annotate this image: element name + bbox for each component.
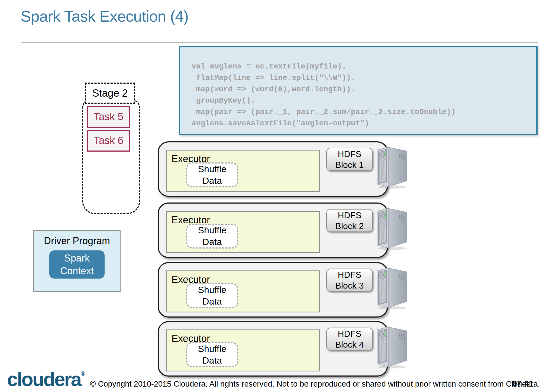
- spark-context-label-line1: Spark: [64, 252, 90, 264]
- stage-2-label: Stage 2: [85, 83, 135, 104]
- hdfs-label-line1: HDFS: [338, 149, 361, 159]
- hdfs-label-line2: Block 1: [335, 159, 364, 170]
- hdfs-block-badge: HDFS Block 4: [326, 328, 373, 351]
- driver-program-label: Driver Program: [34, 235, 120, 247]
- title-divider: [21, 42, 538, 43]
- executor-box: Executor Shuffle Data: [166, 150, 320, 192]
- hdfs-block-badge: HDFS Block 1: [326, 148, 373, 171]
- executor-box: Executor Shuffle Data: [166, 270, 320, 312]
- worker-node-row-2: Executor Shuffle Data HDFS Block 2: [158, 202, 388, 258]
- code-line: map(word => (word(0),word.length)).: [192, 84, 536, 95]
- slide-canvas: Spark Task Execution (4) val avglens = s…: [0, 0, 543, 392]
- shuffle-label-line1: Shuffle: [198, 284, 226, 296]
- executor-box: Executor Shuffle Data: [166, 211, 320, 253]
- shuffle-label-line1: Shuffle: [198, 343, 226, 355]
- code-line: flatMap(line => line.split("\\W")).: [192, 72, 536, 84]
- hdfs-label-line1: HDFS: [338, 269, 361, 280]
- driver-program-box: Driver Program Spark Context: [33, 230, 121, 292]
- shuffle-label-line2: Data: [202, 236, 222, 248]
- shuffle-data-box: Shuffle Data: [186, 283, 238, 308]
- copyright-notice: © Copyright 2010-2015 Cloudera. All righ…: [90, 380, 540, 388]
- spark-context-label-line2: Context: [60, 264, 94, 277]
- server-tower-icon: [376, 143, 409, 189]
- hdfs-label-line1: HDFS: [338, 210, 361, 221]
- shuffle-label-line2: Data: [202, 296, 222, 307]
- shuffle-label-line1: Shuffle: [198, 224, 226, 236]
- shuffle-label-line2: Data: [202, 355, 222, 366]
- code-line: val avglens = sc.textFile(myfile).: [192, 61, 536, 72]
- page-title: Spark Task Execution (4): [21, 7, 189, 25]
- task-5-box: Task 5: [87, 106, 130, 128]
- shuffle-data-box: Shuffle Data: [186, 224, 238, 249]
- shuffle-data-box: Shuffle Data: [186, 342, 238, 367]
- task-6-box: Task 6: [87, 130, 130, 152]
- hdfs-label-line2: Block 2: [335, 221, 364, 231]
- worker-node-row-1: Executor Shuffle Data HDFS Block 1: [158, 141, 388, 197]
- shuffle-label-line2: Data: [202, 175, 222, 187]
- registered-trademark-mark: ®: [81, 370, 85, 377]
- hdfs-label-line1: HDFS: [338, 328, 361, 339]
- cloudera-logo-text: cloudera: [7, 368, 81, 390]
- executor-box: Executor Shuffle Data: [166, 329, 320, 371]
- code-line: groupByKey().: [192, 95, 536, 106]
- shuffle-data-box: Shuffle Data: [186, 162, 238, 187]
- hdfs-label-line2: Block 4: [335, 339, 364, 350]
- hdfs-label-line2: Block 3: [335, 280, 364, 291]
- code-snippet-box: val avglens = sc.textFile(myfile). flatM…: [179, 46, 538, 135]
- hdfs-block-badge: HDFS Block 3: [326, 269, 373, 292]
- spark-context-box: Spark Context: [49, 250, 105, 279]
- hdfs-block-badge: HDFS Block 2: [326, 209, 373, 232]
- worker-node-row-3: Executor Shuffle Data HDFS Block 3: [158, 262, 388, 318]
- code-line: map(pair => (pair._1, pair._2.sum/pair._…: [192, 106, 536, 118]
- page-number: 07-41: [512, 379, 534, 389]
- worker-node-row-4: Executor Shuffle Data HDFS Block 4: [158, 321, 388, 377]
- server-tower-icon: [376, 323, 409, 369]
- cloudera-logo: cloudera®: [7, 368, 85, 390]
- shuffle-label-line1: Shuffle: [198, 163, 226, 175]
- code-line: avglens.saveAsTextFile("avglen-output"): [192, 118, 536, 129]
- server-tower-icon: [376, 264, 409, 310]
- server-tower-icon: [376, 204, 409, 250]
